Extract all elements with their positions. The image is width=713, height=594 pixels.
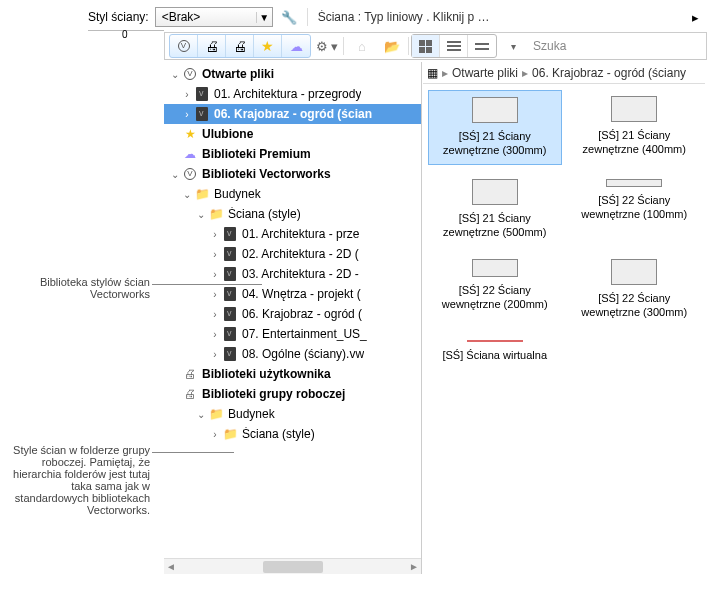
disclosure-icon[interactable]: › — [208, 349, 222, 360]
scroll-left-icon[interactable]: ◄ — [166, 561, 176, 572]
disclosure-icon[interactable]: › — [208, 289, 222, 300]
group-icon[interactable]: 🖨 — [226, 35, 254, 57]
tree-sciana-style[interactable]: ⌄ 📁 Ściana (style) — [164, 204, 421, 224]
scroll-thumb[interactable] — [263, 561, 323, 573]
tree-user-libraries[interactable]: › 🖨 Biblioteki użytkownika — [164, 364, 421, 384]
user-icon[interactable]: 🖨 — [198, 35, 226, 57]
node-label: 01. Architektura - prze — [240, 227, 359, 241]
node-label: 06. Krajobraz - ogród ( — [240, 307, 362, 321]
tree-style-08[interactable]: ›08. Ogólne (ściany).vw — [164, 344, 421, 364]
list-view-icon[interactable] — [440, 35, 468, 57]
settings-icon[interactable]: 🔧 — [277, 6, 301, 28]
breadcrumb: ▦ ▸ Otwarte pliki ▸ 06. Krajobraz - ogró… — [423, 62, 705, 84]
separator — [307, 8, 308, 26]
disclosure-icon[interactable]: › — [208, 249, 222, 260]
thumb-item[interactable]: [SŚ] 21 Ściany zewnętrzne (300mm) — [428, 90, 562, 165]
disclosure-icon[interactable]: › — [208, 429, 222, 440]
grid-view-icon[interactable] — [412, 35, 440, 57]
vw-icon[interactable]: V — [170, 35, 198, 57]
disclosure-icon[interactable]: › — [208, 229, 222, 240]
thumb-preview — [472, 259, 518, 277]
thumb-caption: [SŚ] 22 Ściany wewnętrzne (200mm) — [432, 283, 558, 312]
tree-style-04[interactable]: ›04. Wnętrza - projekt ( — [164, 284, 421, 304]
crumb-leaf[interactable]: 06. Krajobraz - ogród (ściany — [532, 66, 686, 80]
style-label: Styl ściany: — [88, 10, 151, 24]
tree-favorites[interactable]: › ★ Ulubione — [164, 124, 421, 144]
thumb-preview — [606, 179, 662, 187]
crumb-open-files[interactable]: Otwarte pliki — [452, 66, 518, 80]
tree-file-01[interactable]: › 01. Architektura - przegrody — [164, 84, 421, 104]
resource-toolbar: V 🖨 🖨 ★ ☁ ⚙ ▾ ⌂ 📂 ▾ Szuka — [164, 32, 707, 60]
tree-file-06-selected[interactable]: › 06. Krajobraz - ogród (ścian — [164, 104, 421, 124]
user-icon: 🖨 — [182, 366, 198, 382]
file-icon — [222, 326, 238, 342]
star-icon[interactable]: ★ — [254, 35, 282, 57]
vw-icon: V — [182, 66, 198, 82]
tree-workgroup-libraries[interactable]: › 🖨 Biblioteki grupy roboczej — [164, 384, 421, 404]
folder-open-icon[interactable]: 📂 — [378, 34, 406, 58]
filter-group: V 🖨 🖨 ★ ☁ — [169, 34, 311, 58]
chevron-right-icon: ▸ — [442, 66, 448, 80]
node-label: Biblioteki grupy roboczej — [200, 387, 345, 401]
annotation-workgroup: Style ścian w folderze grupy roboczej. P… — [0, 444, 150, 516]
wall-style-dropdown[interactable]: <Brak> ▼ — [155, 7, 273, 27]
separator — [343, 37, 344, 55]
breadcrumb-icon[interactable]: ▦ — [427, 66, 438, 80]
disclosure-icon[interactable]: › — [208, 329, 222, 340]
node-label: Ściana (style) — [226, 207, 301, 221]
node-label: 03. Architektura - 2D - — [240, 267, 359, 281]
tree-style-01[interactable]: ›01. Architektura - prze — [164, 224, 421, 244]
folder-icon: 📁 — [194, 186, 210, 202]
node-label: 01. Architektura - przegrody — [212, 87, 361, 101]
home-icon[interactable]: ⌂ — [348, 34, 376, 58]
node-label: Biblioteki użytkownika — [200, 367, 331, 381]
file-icon — [222, 306, 238, 322]
tree-style-06[interactable]: ›06. Krajobraz - ogród ( — [164, 304, 421, 324]
more-icon[interactable]: ▾ — [499, 34, 527, 58]
help-icon[interactable]: ▸ — [683, 6, 707, 28]
thumb-item[interactable]: [SŚ] 22 Ściany wewnętrzne (300mm) — [568, 253, 702, 326]
cloud-icon[interactable]: ☁ — [282, 35, 310, 57]
detail-view-icon[interactable] — [468, 35, 496, 57]
thumb-item[interactable]: [SŚ] Ściana wirtualna — [428, 334, 562, 368]
thumb-caption: [SŚ] 21 Ściany zewnętrzne (500mm) — [432, 211, 558, 240]
thumb-caption: [SŚ] 21 Ściany zewnętrzne (300mm) — [433, 129, 557, 158]
disclosure-icon[interactable]: ⌄ — [180, 189, 194, 200]
node-label: Ulubione — [200, 127, 253, 141]
disclosure-icon[interactable]: › — [180, 109, 194, 120]
view-mode-group — [411, 34, 497, 58]
thumb-item[interactable]: [SŚ] 21 Ściany zewnętrzne (400mm) — [568, 90, 702, 165]
tree-open-files[interactable]: ⌄ V Otwarte pliki — [164, 64, 421, 84]
disclosure-icon[interactable]: › — [208, 269, 222, 280]
node-label: Budynek — [212, 187, 261, 201]
tree-wg-sciana[interactable]: › 📁 Ściana (style) — [164, 424, 421, 444]
thumb-item[interactable]: [SŚ] 22 Ściany wewnętrzne (200mm) — [428, 253, 562, 326]
top-toolbar: Styl ściany: <Brak> ▼ 🔧 Ściana : Typ lin… — [88, 6, 707, 28]
tree-hscrollbar[interactable]: ◄ ► — [164, 558, 421, 574]
disclosure-icon[interactable]: ⌄ — [168, 169, 182, 180]
ruler: 0 — [88, 30, 164, 48]
annotation-vw-lib: Biblioteka stylów ścian Vectorworks — [0, 276, 150, 300]
tree-vw-libraries[interactable]: ⌄ V Biblioteki Vectorworks — [164, 164, 421, 184]
file-icon — [222, 246, 238, 262]
tree-wg-budynek[interactable]: ⌄ 📁 Budynek — [164, 404, 421, 424]
thumb-item[interactable]: [SŚ] 21 Ściany zewnętrzne (500mm) — [428, 173, 562, 246]
disclosure-icon[interactable]: › — [180, 89, 194, 100]
thumb-item[interactable]: [SŚ] 22 Ściany wewnętrzne (100mm) — [568, 173, 702, 246]
group-icon: 🖨 — [182, 386, 198, 402]
gear-icon[interactable]: ⚙ ▾ — [313, 34, 341, 58]
tree-style-07[interactable]: ›07. Entertainment_US_ — [164, 324, 421, 344]
disclosure-icon[interactable]: ⌄ — [194, 409, 208, 420]
disclosure-icon[interactable]: ⌄ — [168, 69, 182, 80]
tree-style-02[interactable]: ›02. Architektura - 2D ( — [164, 244, 421, 264]
scroll-right-icon[interactable]: ► — [409, 561, 419, 572]
search-input[interactable]: Szuka — [533, 39, 566, 53]
tree-style-03[interactable]: ›03. Architektura - 2D - — [164, 264, 421, 284]
tree-premium[interactable]: › ☁ Biblioteki Premium — [164, 144, 421, 164]
chevron-down-icon: ▼ — [256, 12, 272, 23]
tree-budynek[interactable]: ⌄ 📁 Budynek — [164, 184, 421, 204]
disclosure-icon[interactable]: › — [208, 309, 222, 320]
annotation-text: Style ścian w folderze grupy roboczej. P… — [13, 444, 150, 516]
disclosure-icon[interactable]: ⌄ — [194, 209, 208, 220]
node-label: Otwarte pliki — [200, 67, 274, 81]
